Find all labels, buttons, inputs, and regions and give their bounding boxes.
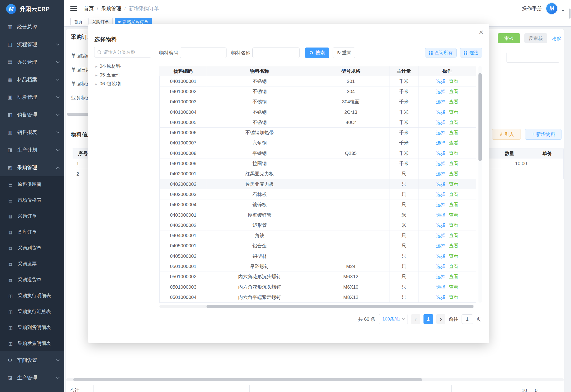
view-link[interactable]: 查看	[449, 78, 458, 84]
material-row[interactable]: 0401000008 平键钢 Q235 千米 选择 查看	[159, 148, 476, 158]
select-link[interactable]: 选择	[436, 119, 446, 126]
sidebar-submenu-item[interactable]: 市场价格表	[0, 192, 64, 208]
material-row[interactable]: 0401000003 不锈钢 304镜面 千米 选择 查看	[159, 97, 476, 107]
sidebar-menu-item[interactable]: 料品档案	[0, 71, 64, 88]
table-vertical-scrollbar[interactable]	[479, 73, 482, 161]
close-icon[interactable]: ×	[479, 28, 483, 36]
view-link[interactable]: 查看	[449, 98, 458, 105]
material-row[interactable]: 0501000001 吊环螺钉 M24 只 选择 查看	[159, 261, 476, 272]
select-link[interactable]: 选择	[436, 78, 446, 84]
view-link[interactable]: 查看	[449, 191, 458, 198]
material-row[interactable]: 0401000004 不锈钢 2Cr13 千米 选择 查看	[159, 107, 476, 117]
view-link[interactable]: 查看	[449, 201, 458, 208]
select-link[interactable]: 选择	[436, 88, 446, 95]
view-tab[interactable]: 首页	[70, 18, 86, 25]
material-row[interactable]: 0402000002 透黑亚克力板 只 选择 查看	[159, 179, 476, 189]
material-row[interactable]: 0405000001 铝合金 只 选择 查看	[159, 241, 476, 251]
next-page-button[interactable]	[436, 314, 445, 324]
tree-node[interactable]: 04-原材料	[95, 62, 166, 70]
select-link[interactable]: 选择	[436, 140, 446, 146]
view-link[interactable]: 查看	[449, 129, 458, 136]
select-link[interactable]: 选择	[436, 294, 446, 301]
sidebar-menu-item[interactable]: 经营总控	[0, 18, 64, 36]
select-link[interactable]: 选择	[436, 253, 446, 259]
select-link[interactable]: 选择	[436, 191, 446, 198]
table-horizontal-scrollbar[interactable]	[73, 378, 422, 381]
material-row[interactable]: 0402000004 镀锌板 只 选择 查看	[159, 200, 476, 210]
sidebar-submenu-item[interactable]: 采购发票	[0, 256, 64, 272]
category-search-input[interactable]: 请输入分类名称	[94, 47, 151, 57]
material-row[interactable]: 0501000004 内六角平端紧定螺钉 M8X12 只 选择 查看	[159, 292, 476, 302]
material-row[interactable]: 0401000002 不锈钢 304 千米 选择 查看	[159, 86, 476, 97]
material-row[interactable]: 0402000001 红黑亚克力板 只 选择 查看	[159, 169, 476, 179]
material-row[interactable]: 0403000002 矩形管 米 选择 查看	[159, 220, 476, 230]
sidebar-submenu-item[interactable]: 采购到货单	[0, 240, 64, 256]
material-row[interactable]: 0501000003 内六角花形沉头螺钉 M6X10 只 选择 查看	[159, 282, 476, 292]
view-link[interactable]: 查看	[449, 212, 458, 218]
select-link[interactable]: 选择	[436, 212, 446, 218]
caret-right-icon[interactable]	[95, 73, 97, 77]
current-page[interactable]: 1	[423, 314, 433, 324]
select-link[interactable]: 选择	[436, 243, 446, 249]
user-avatar[interactable]: M	[546, 3, 557, 14]
sidebar-submenu-item[interactable]: 备库订单	[0, 224, 64, 240]
sidebar-menu-item[interactable]: 流程管理	[0, 36, 64, 53]
view-link[interactable]: 查看	[449, 243, 458, 249]
unaudit-button[interactable]: 反审核	[524, 33, 547, 43]
select-link[interactable]: 选择	[436, 284, 446, 290]
sidebar-menu-item[interactable]: 采购管理	[0, 159, 64, 176]
breadcrumb-link[interactable]: 新增采购订单	[129, 5, 159, 12]
view-link[interactable]: 查看	[449, 294, 458, 301]
search-button[interactable]: 搜索	[305, 47, 329, 58]
caret-down-icon[interactable]	[561, 10, 564, 12]
select-link[interactable]: 选择	[436, 150, 446, 156]
prev-page-button[interactable]	[411, 314, 420, 324]
name-filter-input[interactable]	[253, 47, 300, 58]
sidebar-submenu-item[interactable]: 采购到货明细表	[0, 320, 64, 336]
multi-select-button[interactable]: 连选	[460, 48, 482, 57]
reset-button[interactable]: ↻ 重置	[333, 47, 355, 58]
sidebar-submenu-item[interactable]: 采购退货单	[0, 272, 64, 288]
select-link[interactable]: 选择	[436, 160, 446, 167]
import-button[interactable]: ⇩ 引入	[492, 129, 521, 140]
material-row[interactable]: 0401000006 不锈钢加热带 千米 选择 查看	[159, 127, 476, 138]
order-form-input[interactable]	[507, 52, 559, 63]
sidebar-menu-item[interactable]: 办公管理	[0, 53, 64, 71]
collapse-sidebar-icon[interactable]	[70, 6, 77, 11]
caret-right-icon[interactable]	[95, 82, 97, 86]
select-link[interactable]: 选择	[436, 129, 446, 136]
page-vertical-scrollbar[interactable]	[569, 9, 571, 18]
material-row[interactable]: 0401000009 拉圆钢 千米 选择 查看	[159, 158, 476, 169]
select-link[interactable]: 选择	[436, 171, 446, 177]
code-filter-input[interactable]	[180, 47, 226, 58]
sidebar-submenu-item[interactable]: 采购订单	[0, 208, 64, 224]
page-size-select[interactable]: 100条/页	[379, 314, 408, 324]
sidebar-submenu-item[interactable]: 采购执行明细表	[0, 288, 64, 304]
material-row[interactable]: 0405000002 铝型材 只 选择 查看	[159, 251, 476, 261]
view-link[interactable]: 查看	[449, 109, 458, 115]
caret-right-icon[interactable]	[95, 64, 97, 69]
material-row[interactable]: 0403000001 厚壁镀锌管 米 选择 查看	[159, 210, 476, 220]
view-link[interactable]: 查看	[449, 284, 458, 290]
sidebar-menu-item[interactable]: 销售报表	[0, 124, 64, 141]
sidebar-menu-item[interactable]: 加工车间	[0, 387, 64, 392]
view-link[interactable]: 查看	[449, 160, 458, 167]
view-link[interactable]: 查看	[449, 253, 458, 259]
sidebar-submenu-item[interactable]: 采购发票明细表	[0, 336, 64, 351]
view-link[interactable]: 查看	[449, 181, 458, 187]
sidebar-submenu-item[interactable]: 原料供应商	[0, 176, 64, 192]
sidebar-menu-item[interactable]: 生产管理	[0, 369, 64, 387]
breadcrumb-link[interactable]: 采购管理	[101, 5, 121, 12]
sidebar-menu-item[interactable]: 车间设置	[0, 351, 64, 369]
select-link[interactable]: 选择	[436, 222, 446, 229]
material-row[interactable]: 0501000002 内六角花形沉头螺钉 M6X12 只 选择 查看	[159, 272, 476, 282]
material-row[interactable]: 0404000001 角铁 只 选择 查看	[159, 230, 476, 241]
material-row[interactable]: 0401000005 不锈钢 40Cr 千米 选择 查看	[159, 117, 476, 127]
manual-link[interactable]: 操作手册	[522, 5, 542, 12]
select-link[interactable]: 选择	[436, 263, 446, 270]
view-link[interactable]: 查看	[449, 273, 458, 280]
goto-page-input[interactable]: 1	[462, 314, 473, 324]
select-link[interactable]: 选择	[436, 98, 446, 105]
view-link[interactable]: 查看	[449, 263, 458, 270]
collapse-link[interactable]: 收起	[552, 35, 561, 42]
